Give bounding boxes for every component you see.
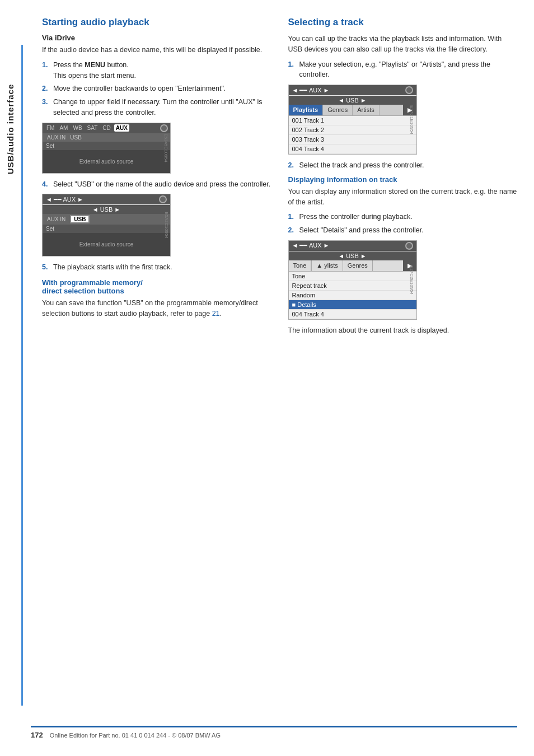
screen-mockup-4: ◄ ━━ AUX ► ◄ USB ► Tone ▲ ylists Genres … xyxy=(288,240,417,320)
tab-tone: Tone xyxy=(289,260,312,271)
left-step-1: 1. Press the MENU button.This opens the … xyxy=(42,60,271,81)
left-column: Starting audio playback Via iDrive If th… xyxy=(42,17,271,340)
right-intro: You can call up the tracks via the playb… xyxy=(288,34,518,55)
left-step-2: 2. Move the controller backwards to open… xyxy=(42,83,271,94)
page-number: 172 xyxy=(31,731,43,739)
tab-genres2: Genres xyxy=(343,260,373,271)
detail-row-repeat: Repeat track xyxy=(289,281,416,291)
track-row-1: 001 Track 1 xyxy=(289,116,416,125)
right-step-1: 1. Make your selection, e.g. "Playlists"… xyxy=(288,59,518,81)
display-result: The information about the current track … xyxy=(288,325,518,336)
footer: 172 Online Edition for Part no. 01 41 0 … xyxy=(31,726,517,739)
right-step-2: 2. Select the track and press the contro… xyxy=(288,160,518,171)
right-section-title: Selecting a track xyxy=(288,17,518,28)
knob-icon-3 xyxy=(405,86,413,94)
knob-icon-4 xyxy=(405,242,413,250)
knob-icon-1 xyxy=(160,124,168,132)
left-step-3: 3. Change to upper field if necessary. T… xyxy=(42,97,271,118)
right-column: Selecting a track You can call up the tr… xyxy=(288,17,518,340)
display-step-2: 2. Select "Details" and press the contro… xyxy=(288,225,518,236)
display-steps: 1. Press the controller during playback.… xyxy=(288,212,518,236)
left-step-5: 5. The playback starts with the first tr… xyxy=(42,262,271,273)
programmable-heading: With programmable memory/direct selectio… xyxy=(42,278,271,295)
left-steps-cont: 4. Select "USB" or the name of the audio… xyxy=(42,179,271,190)
left-step-4: 4. Select "USB" or the name of the audio… xyxy=(42,179,271,190)
displaying-intro: You can display any information stored o… xyxy=(288,186,518,208)
detail-row-tone: Tone xyxy=(289,272,416,281)
programmable-text: You can save the function "USB" on the p… xyxy=(42,298,271,319)
screen-mockup-1: FM AM WB SAT CD AUX AUX IN USB Set Exter… xyxy=(42,123,171,174)
detail-row-track4: 004 Track 4 xyxy=(289,310,416,319)
tab-genres: Genres xyxy=(323,105,353,115)
right-steps-2: 2. Select the track and press the contro… xyxy=(288,160,518,171)
programmable-link[interactable]: 21 xyxy=(212,310,220,318)
left-intro: If the audio device has a device name, t… xyxy=(42,45,271,55)
left-steps: 1. Press the MENU button.This opens the … xyxy=(42,60,271,118)
left-steps-5: 5. The playback starts with the first tr… xyxy=(42,262,271,273)
screen-mockup-3: ◄ ━━ AUX ► ◄ USB ► Playlists Genres Arti… xyxy=(288,85,417,155)
displaying-heading: Displaying information on track xyxy=(288,175,518,184)
knob-icon-2 xyxy=(159,195,167,203)
detail-row-details: ■ Details xyxy=(289,300,416,310)
track-row-4: 004 Track 4 xyxy=(289,144,416,154)
tab-artists: Artists xyxy=(353,105,380,115)
blue-accent-bar xyxy=(21,45,23,706)
sidebar-label: USB/audio interface xyxy=(0,45,21,213)
left-section-title: Starting audio playback xyxy=(42,17,271,28)
track-row-3: 003 Track 3 xyxy=(289,135,416,144)
footer-text: Online Edition for Part no. 01 41 0 014 … xyxy=(50,732,221,739)
track-row-2: 002 Track 2 xyxy=(289,125,416,135)
screen-mockup-2: ◄ ━━ AUX ► ◄ USB ► AUX IN USB Set Extern… xyxy=(42,194,171,256)
tab-playlists: Playlists xyxy=(289,105,324,115)
right-steps: 1. Make your selection, e.g. "Playlists"… xyxy=(288,59,518,81)
tab-ylists: ▲ ylists xyxy=(311,260,343,271)
detail-row-random: Random xyxy=(289,291,416,300)
via-idrive-heading: Via iDrive xyxy=(42,34,271,42)
display-step-1: 1. Press the controller during playback. xyxy=(288,212,518,222)
